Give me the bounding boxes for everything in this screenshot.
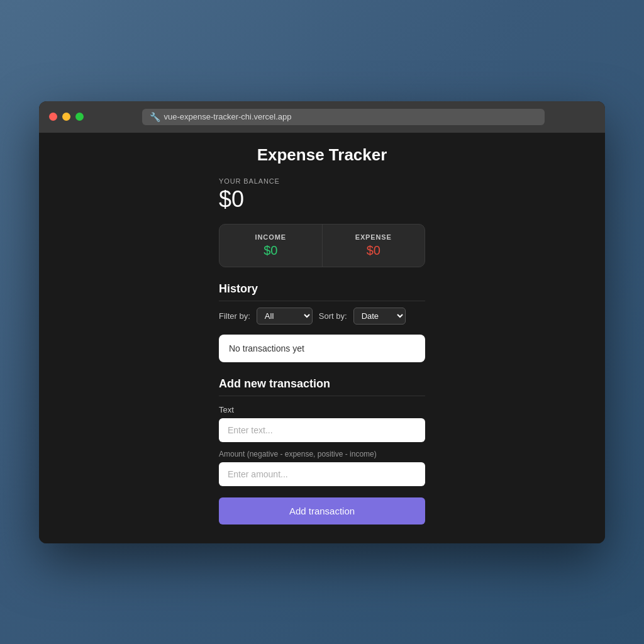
maximize-button[interactable] <box>75 113 84 121</box>
sort-select[interactable]: Date Amount <box>353 308 406 325</box>
add-transaction-button[interactable]: Add transaction <box>219 497 425 525</box>
browser-window: 🔧 vue-expense-tracker-chi.vercel.app Exp… <box>39 101 605 543</box>
app-container: Expense Tracker YOUR BALANCE $0 INCOME $… <box>209 145 435 525</box>
balance-label: YOUR BALANCE <box>219 177 425 185</box>
balance-section: YOUR BALANCE $0 <box>219 177 425 213</box>
no-transactions-message: No transactions yet <box>219 335 425 362</box>
expense-box: EXPENSE $0 <box>323 225 425 267</box>
close-button[interactable] <box>49 113 57 121</box>
income-value: $0 <box>230 243 312 258</box>
sort-label: Sort by: <box>319 311 347 321</box>
text-form-group: Text <box>219 405 425 442</box>
filter-label: Filter by: <box>219 311 250 321</box>
add-transaction-title: Add new transaction <box>219 377 425 396</box>
minimize-button[interactable] <box>62 113 70 121</box>
filter-row: Filter by: All Income Expense Sort by: D… <box>219 308 425 325</box>
amount-form-group: Amount (negative - expense, positive - i… <box>219 450 425 486</box>
income-expense-card: INCOME $0 EXPENSE $0 <box>219 224 425 267</box>
browser-chrome: 🔧 vue-expense-tracker-chi.vercel.app <box>39 101 605 133</box>
app-title: Expense Tracker <box>219 145 425 165</box>
text-input[interactable] <box>219 418 425 442</box>
expense-value: $0 <box>333 243 415 258</box>
income-box: INCOME $0 <box>219 225 323 267</box>
balance-amount: $0 <box>219 186 425 213</box>
income-label: INCOME <box>230 233 312 241</box>
expense-label: EXPENSE <box>333 233 415 241</box>
filter-select[interactable]: All Income Expense <box>257 308 313 325</box>
address-bar[interactable]: 🔧 vue-expense-tracker-chi.vercel.app <box>142 109 545 125</box>
amount-hint: Amount (negative - expense, positive - i… <box>219 450 425 458</box>
traffic-lights <box>49 113 84 121</box>
history-title: History <box>219 282 425 301</box>
text-label: Text <box>219 405 425 414</box>
browser-content: Expense Tracker YOUR BALANCE $0 INCOME $… <box>39 133 605 543</box>
favicon-icon: 🔧 <box>150 112 160 122</box>
url-text: vue-expense-tracker-chi.vercel.app <box>164 112 292 121</box>
amount-input[interactable] <box>219 462 425 486</box>
